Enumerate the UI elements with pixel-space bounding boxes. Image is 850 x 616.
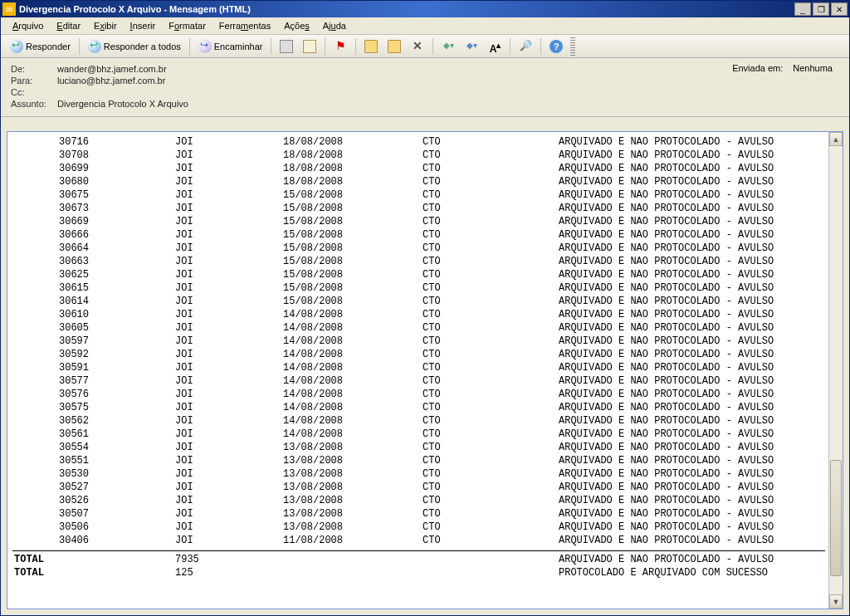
cell-status: ARQUIVADO E NAO PROTOCOLADO - AVULSO (559, 215, 828, 228)
cell-id: 30708 (9, 149, 175, 162)
cell-date: 18/08/2008 (283, 162, 423, 175)
cell-status: ARQUIVADO E NAO PROTOCOLADO - AVULSO (559, 534, 828, 547)
cell-status: ARQUIVADO E NAO PROTOCOLADO - AVULSO (559, 242, 828, 255)
cell-id: 30625 (9, 268, 175, 281)
menu-ferramentas[interactable]: Ferramentas (214, 19, 276, 32)
forward-label: Encaminhar (214, 42, 263, 51)
reply-label: Responder (26, 42, 71, 51)
cell-id: 30551 (9, 454, 175, 467)
cell-loc: JOI (175, 242, 283, 255)
cell-id: 30561 (9, 428, 175, 441)
message-body[interactable]: 30716JOI18/08/2008CTOARQUIVADO E NAO PRO… (7, 132, 828, 609)
menu-editar[interactable]: Editar (51, 19, 85, 32)
table-row: 30669JOI15/08/2008CTOARQUIVADO E NAO PRO… (9, 215, 828, 228)
cell-status: ARQUIVADO E NAO PROTOCOLADO - AVULSO (559, 268, 828, 281)
help-button[interactable]: ? (545, 37, 567, 56)
flag-button[interactable]: ⚑ (330, 37, 351, 56)
table-row: 30675JOI15/08/2008CTOARQUIVADO E NAO PRO… (9, 188, 828, 202)
menu-formatar[interactable]: Formatar (164, 19, 211, 32)
toolbar-grip[interactable] (570, 37, 575, 56)
cell-id: 30673 (9, 202, 175, 215)
cell-date: 18/08/2008 (283, 149, 423, 162)
cell-date: 11/08/2008 (283, 534, 423, 547)
total-value: 125 (175, 566, 283, 579)
cell-id: 30675 (9, 188, 175, 202)
minimize-button[interactable]: _ (794, 2, 811, 16)
cell-date: 14/08/2008 (283, 335, 423, 348)
cell-loc: JOI (175, 308, 283, 321)
total-status: PROTOCOLADO E ARQUIVADO COM SUCESSO (559, 566, 828, 579)
print-button[interactable] (276, 37, 297, 56)
scroll-up-button[interactable]: ▲ (829, 132, 843, 146)
window-title: Divergencia Protocolo X Arquivo - Mensag… (19, 4, 793, 14)
cc-label: Cc: (11, 87, 57, 97)
menu-ajuda[interactable]: Ajuda (318, 19, 351, 32)
cell-id: 30507 (9, 507, 175, 521)
cell-id: 30575 (9, 401, 175, 414)
menu-arquivo[interactable]: Arquivo (7, 19, 48, 32)
cell-loc: JOI (175, 228, 283, 242)
table-row: 30597JOI14/08/2008CTOARQUIVADO E NAO PRO… (9, 335, 828, 348)
cell-status: ARQUIVADO E NAO PROTOCOLADO - AVULSO (559, 401, 828, 414)
cell-date: 13/08/2008 (283, 467, 423, 481)
from-label: De: (11, 64, 57, 74)
table-row: 30625JOI15/08/2008CTOARQUIVADO E NAO PRO… (9, 268, 828, 281)
find-icon: 🔎 (519, 40, 532, 53)
cell-type: CTO (423, 467, 559, 481)
table-row: 30592JOI14/08/2008CTOARQUIVADO E NAO PRO… (9, 348, 828, 361)
copy-icon (303, 40, 316, 53)
copy-button[interactable] (299, 37, 320, 56)
cell-status: ARQUIVADO E NAO PROTOCOLADO - AVULSO (559, 149, 828, 162)
restore-button[interactable]: ❐ (813, 2, 829, 16)
table-row: 30527JOI13/08/2008CTOARQUIVADO E NAO PRO… (9, 481, 828, 494)
cell-date: 14/08/2008 (283, 308, 423, 321)
cell-type: CTO (423, 228, 559, 242)
menu-exibir[interactable]: Exibir (89, 19, 122, 32)
scroll-thumb[interactable] (830, 460, 842, 576)
cell-status: ARQUIVADO E NAO PROTOCOLADO - AVULSO (559, 521, 828, 534)
reply-all-button[interactable]: Responder a todos (84, 37, 185, 56)
cell-date: 14/08/2008 (283, 388, 423, 401)
rules-button[interactable] (383, 37, 405, 56)
move-folder-button[interactable] (360, 37, 382, 56)
forward-icon (198, 40, 212, 53)
table-row: 30526JOI13/08/2008CTOARQUIVADO E NAO PRO… (9, 494, 828, 507)
prev-button[interactable]: ◆▾ (437, 37, 459, 56)
cell-id: 30664 (9, 242, 175, 255)
cell-status: ARQUIVADO E NAO PROTOCOLADO - AVULSO (559, 388, 828, 401)
vertical-scrollbar[interactable]: ▲ ▼ (828, 132, 843, 609)
forward-button[interactable]: Encaminhar (194, 37, 267, 56)
find-button[interactable]: 🔎 (515, 37, 536, 56)
scroll-track[interactable] (829, 146, 843, 594)
cell-date: 14/08/2008 (283, 374, 423, 388)
cell-status: ARQUIVADO E NAO PROTOCOLADO - AVULSO (559, 414, 828, 428)
cell-type: CTO (423, 162, 559, 175)
cell-status: ARQUIVADO E NAO PROTOCOLADO - AVULSO (559, 374, 828, 388)
cell-id: 30577 (9, 374, 175, 388)
cell-id: 30506 (9, 521, 175, 534)
cell-status: ARQUIVADO E NAO PROTOCOLADO - AVULSO (559, 255, 828, 268)
message-body-wrap: 30716JOI18/08/2008CTOARQUIVADO E NAO PRO… (7, 131, 843, 609)
delete-button[interactable]: ✕ (407, 37, 428, 56)
menu-inserir[interactable]: Inserir (125, 19, 161, 32)
separator (540, 38, 541, 55)
table-row: 30666JOI15/08/2008CTOARQUIVADO E NAO PRO… (9, 228, 828, 242)
cell-id: 30406 (9, 534, 175, 547)
menubar: Arquivo Editar Exibir Inserir Formatar F… (1, 17, 849, 35)
subject-value: Divergencia Protocolo X Arquivo (57, 99, 188, 109)
next-button[interactable]: ◆▾ (461, 37, 482, 56)
cell-date: 15/08/2008 (283, 215, 423, 228)
table-row: 30561JOI14/08/2008CTOARQUIVADO E NAO PRO… (9, 428, 828, 441)
reply-button[interactable]: Responder (6, 37, 75, 56)
cell-type: CTO (423, 374, 559, 388)
cell-type: CTO (423, 149, 559, 162)
cell-type: CTO (423, 428, 559, 441)
font-size-button[interactable]: A▴ (484, 37, 506, 56)
cell-status: ARQUIVADO E NAO PROTOCOLADO - AVULSO (559, 481, 828, 494)
table-row: 30591JOI14/08/2008CTOARQUIVADO E NAO PRO… (9, 361, 828, 374)
font-size-icon: A▴ (488, 40, 501, 53)
scroll-down-button[interactable]: ▼ (829, 594, 843, 609)
cell-type: CTO (423, 441, 559, 454)
close-button[interactable]: ✕ (831, 2, 848, 16)
menu-acoes[interactable]: Ações (279, 19, 315, 32)
